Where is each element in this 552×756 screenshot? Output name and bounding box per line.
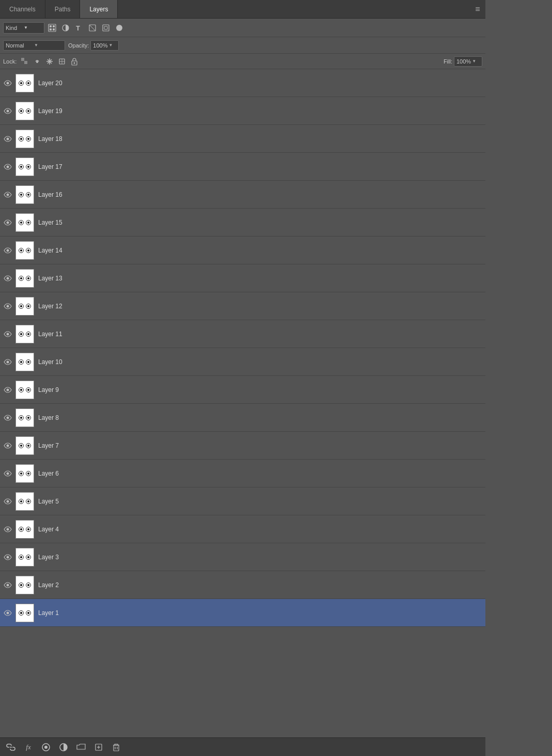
layer-visibility-toggle[interactable] [2,496,13,507]
panel-tabs: Channels Paths Layers [0,0,118,18]
layer-row[interactable]: Layer 14 [0,237,485,264]
layer-row[interactable]: Layer 4 [0,515,485,543]
svg-point-37 [7,388,9,391]
lock-all-icon[interactable] [69,56,80,67]
layer-thumbnail [15,464,34,483]
svg-rect-13 [24,61,27,64]
toolbar-row2: Normal ▼ Opacity: 100% ▼ [0,37,485,54]
svg-rect-10 [104,26,107,29]
layer-visibility-toggle[interactable] [2,189,13,200]
layer-visibility-toggle[interactable] [2,524,13,535]
layers-scroll-area[interactable]: Layer 20 Layer 19 Layer 18 Layer 17 [0,69,485,737]
layer-thumbnail [15,158,34,176]
pixel-filter-icon[interactable] [46,22,58,34]
layer-row[interactable]: Layer 9 [0,376,485,404]
layer-row[interactable]: Layer 18 [0,125,485,153]
shape-filter-icon[interactable] [87,22,98,34]
layer-row[interactable]: Layer 13 [0,264,485,292]
layer-row[interactable]: Layer 19 [0,97,485,125]
blend-mode-select[interactable]: Normal ▼ [3,40,65,51]
layer-thumbnail [15,74,34,92]
smart-filter-icon[interactable] [100,22,112,34]
layer-row[interactable]: Layer 2 [0,571,485,599]
layer-visibility-toggle[interactable] [2,468,13,479]
svg-point-39 [7,444,9,447]
svg-point-30 [7,193,9,196]
layer-name: Layer 19 [38,107,62,115]
layer-name: Layer 4 [38,526,59,533]
layer-visibility-toggle[interactable] [2,133,13,145]
layer-thumbnail [15,548,34,566]
lock-row: Lock: [0,54,485,69]
lock-transparent-icon[interactable] [20,56,30,67]
fx-button[interactable]: fx [22,741,35,754]
layer-visibility-toggle[interactable] [2,105,13,117]
tab-layers[interactable]: Layers [80,0,118,18]
svg-point-48 [44,746,48,749]
layer-thumbnail [15,604,34,622]
link-layers-button[interactable] [4,741,18,754]
panel-menu-button[interactable]: ≡ [470,0,485,18]
layer-row[interactable]: Layer 12 [0,292,485,320]
lock-position-icon[interactable] [44,56,55,67]
layer-visibility-toggle[interactable] [2,328,13,340]
layer-row[interactable]: Layer 15 [0,209,485,237]
lock-artboard-icon[interactable] [57,56,67,67]
layer-name: Layer 13 [38,275,62,282]
svg-point-28 [7,137,9,140]
group-layers-button[interactable] [74,741,88,754]
layer-visibility-toggle[interactable] [2,245,13,256]
fx-label: fx [26,743,30,751]
layer-visibility-toggle[interactable] [2,161,13,172]
layer-row[interactable]: Layer 10 [0,348,485,376]
adjustment-filter-icon[interactable] [60,22,71,34]
layer-row[interactable]: Layer 17 [0,153,485,181]
circle-filter-icon[interactable] [114,22,125,34]
layer-visibility-toggle[interactable] [2,552,13,563]
layer-name: Layer 15 [38,219,62,226]
layer-name: Layer 10 [38,358,62,366]
layer-row[interactable]: Layer 8 [0,404,485,432]
layer-visibility-toggle[interactable] [2,356,13,368]
svg-point-36 [7,360,9,363]
lock-pixels-icon[interactable] [32,56,42,67]
layer-name: Layer 3 [38,554,59,561]
svg-point-35 [7,333,9,335]
layer-visibility-toggle[interactable] [2,440,13,451]
blend-mode-arrow-icon: ▼ [34,43,62,48]
text-filter-icon[interactable]: T [73,22,85,34]
tab-channels[interactable]: Channels [0,0,45,18]
svg-rect-9 [103,25,109,31]
layer-row[interactable]: Layer 7 [0,432,485,460]
lock-label: Lock: [3,58,17,65]
toolbar-row1: Kind ▼ T [0,19,485,37]
layer-row[interactable]: Layer 3 [0,543,485,571]
opacity-input[interactable]: 100% ▼ [90,40,119,51]
layer-visibility-toggle[interactable] [2,579,13,591]
layer-row[interactable]: Layer 20 [0,69,485,97]
delete-layer-button[interactable] [109,741,123,754]
kind-arrow-icon: ▼ [24,25,42,30]
layer-visibility-toggle[interactable] [2,607,13,619]
layer-visibility-toggle[interactable] [2,77,13,89]
layer-visibility-toggle[interactable] [2,273,13,284]
fill-input[interactable]: 100% ▼ [454,56,482,67]
svg-rect-3 [50,28,52,30]
tab-paths[interactable]: Paths [45,0,81,18]
layer-row[interactable]: Layer 1 [0,599,485,627]
layer-mask-button[interactable] [57,741,70,754]
svg-line-8 [89,25,96,31]
layer-visibility-toggle[interactable] [2,217,13,228]
layer-row[interactable]: Layer 6 [0,460,485,487]
kind-select[interactable]: Kind ▼ [3,22,44,34]
layer-visibility-toggle[interactable] [2,412,13,423]
layer-row[interactable]: Layer 16 [0,181,485,209]
layer-visibility-toggle[interactable] [2,301,13,312]
svg-point-25 [74,62,75,64]
layer-visibility-toggle[interactable] [2,384,13,396]
layer-name: Layer 7 [38,442,59,449]
layer-row[interactable]: Layer 5 [0,487,485,515]
new-layer-button[interactable] [92,741,105,754]
layer-row[interactable]: Layer 11 [0,320,485,348]
new-fill-layer-button[interactable] [39,741,53,754]
